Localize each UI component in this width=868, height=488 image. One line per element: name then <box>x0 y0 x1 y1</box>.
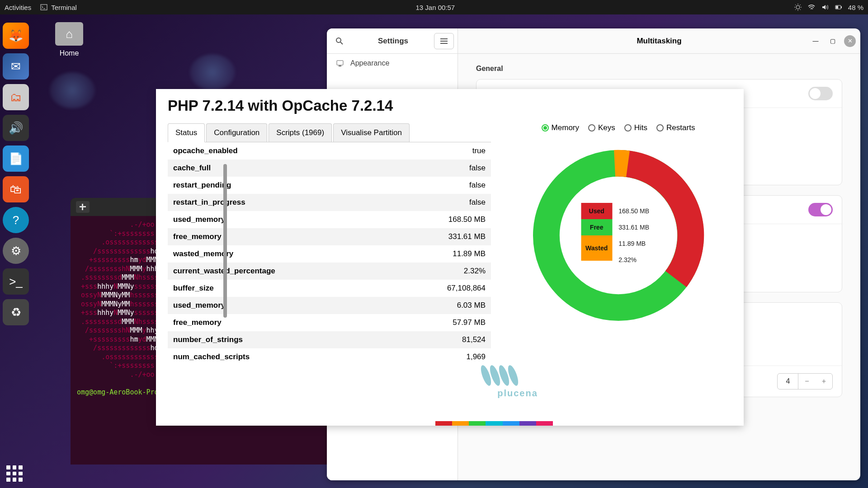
status-row: free_memory331.61 MB <box>168 228 491 245</box>
svg-point-1 <box>796 5 800 9</box>
dock-settings[interactable]: ⚙ <box>3 238 29 264</box>
dock-writer[interactable]: 📄 <box>3 145 29 172</box>
status-row: restart_in_progressfalse <box>168 194 491 211</box>
status-row: opcache_enabledtrue <box>168 142 491 160</box>
status-row: cache_fullfalse <box>168 160 491 177</box>
radio-keys[interactable]: Keys <box>588 123 615 132</box>
radio-memory[interactable]: Memory <box>542 123 579 132</box>
appearance-icon <box>336 59 344 67</box>
sidebar-item-label: Appearance <box>350 59 389 67</box>
battery-icon[interactable] <box>835 3 843 11</box>
dock: 🦊 ✉ 🗂 🔊 📄 🛍 ? ⚙ >_ ♻ <box>3 23 32 325</box>
dock-firefox[interactable]: 🦊 <box>3 23 29 49</box>
toggle-1[interactable] <box>808 87 833 100</box>
settings-menu-button[interactable] <box>434 33 454 49</box>
search-icon <box>335 37 344 45</box>
status-row: wasted_memory11.89 MB <box>168 245 491 263</box>
opcache-tabs: StatusConfigurationScripts (1969)Visuali… <box>168 123 491 142</box>
show-apps-button[interactable] <box>6 465 23 482</box>
svg-rect-6 <box>82 204 83 210</box>
terminal-new-tab-button[interactable] <box>76 201 90 213</box>
volume-icon[interactable] <box>821 3 829 11</box>
status-table: opcache_enabledtruecache_fullfalserestar… <box>168 142 491 366</box>
wifi-icon[interactable] <box>807 3 816 11</box>
settings-page-title: Multitasking <box>637 37 681 46</box>
stepper-decrease-button[interactable]: − <box>798 374 815 389</box>
svg-point-7 <box>336 38 341 42</box>
settings-search-button[interactable] <box>327 37 352 45</box>
brightness-icon[interactable] <box>794 3 802 11</box>
terminal-app-menu[interactable]: Terminal <box>40 4 77 11</box>
tab-visualise-partition[interactable]: Visualise Partition <box>333 123 410 142</box>
dock-trash[interactable]: ♻ <box>3 299 29 325</box>
svg-rect-0 <box>41 5 47 10</box>
general-section-label: General <box>476 65 842 73</box>
tab-scripts-[interactable]: Scripts (1969) <box>269 123 332 142</box>
toggle-2[interactable] <box>808 203 833 216</box>
desktop-home-icon[interactable]: ⌂ Home <box>55 22 83 57</box>
app-menu-label: Terminal <box>51 4 77 11</box>
workspace-stepper: 4 − + <box>777 373 833 389</box>
dock-terminal[interactable]: >_ <box>3 268 29 295</box>
activities-button[interactable]: Activities <box>5 4 31 11</box>
svg-point-13 <box>497 364 511 387</box>
status-row: number_of_strings81,524 <box>168 331 491 348</box>
svg-point-14 <box>506 364 520 387</box>
battery-percent: 48 % <box>848 4 863 11</box>
legend-used-label: Used <box>581 203 612 219</box>
status-row: buffer_size67,108,864 <box>168 280 491 297</box>
opcache-panel: PHP 7.2.14 with OpCache 7.2.14 StatusCon… <box>156 89 744 426</box>
status-row: used_memory6.03 MB <box>168 297 491 314</box>
legend-free-value: 331.61 MB <box>612 219 656 235</box>
status-row: used_memory168.50 MB <box>168 211 491 228</box>
svg-point-11 <box>479 364 493 387</box>
watermark-logo: plucena <box>472 362 563 399</box>
legend-free-label: Free <box>581 219 612 235</box>
opcache-title: PHP 7.2.14 with OpCache 7.2.14 <box>168 97 732 114</box>
scrollbar[interactable] <box>223 164 227 318</box>
radio-restarts[interactable]: Restarts <box>656 123 695 132</box>
svg-rect-3 <box>841 6 842 8</box>
stepper-increase-button[interactable]: + <box>816 374 832 389</box>
chart-radio-row: MemoryKeysHitsRestarts <box>505 123 732 132</box>
svg-rect-4 <box>836 6 838 9</box>
hamburger-icon <box>440 38 448 44</box>
dock-software[interactable]: 🛍 <box>3 176 29 202</box>
tab-status[interactable]: Status <box>168 123 205 142</box>
radio-hits[interactable]: Hits <box>624 123 647 132</box>
legend-wasted-v1: 11.89 MB <box>612 235 656 252</box>
dock-rhythmbox[interactable]: 🔊 <box>3 115 29 141</box>
top-bar: Activities Terminal 13 Jan 00:57 48 % <box>0 0 868 14</box>
legend-used-value: 168.50 MB <box>612 203 656 219</box>
window-minimize-button[interactable]: — <box>810 35 821 47</box>
memory-donut-chart: Used Free Wasted 168.50 MB 331.61 MB 11.… <box>524 141 713 330</box>
window-maximize-button[interactable]: ▢ <box>827 35 839 47</box>
sidebar-item-appearance[interactable]: Appearance <box>327 54 458 73</box>
status-row: current_wasted_percentage2.32% <box>168 263 491 280</box>
status-row: num_cached_scripts1,969 <box>168 348 491 366</box>
settings-sidebar-title: Settings <box>352 37 434 46</box>
status-row: free_memory57.97 MB <box>168 314 491 331</box>
dock-files[interactable]: 🗂 <box>3 84 29 110</box>
terminal-icon <box>40 4 47 11</box>
status-row: restart_pendingfalse <box>168 177 491 194</box>
legend-wasted-v2: 2.32% <box>612 252 656 268</box>
legend-wasted-label: Wasted <box>581 235 612 261</box>
home-folder-icon: ⌂ <box>55 22 83 46</box>
color-strip <box>435 421 553 426</box>
svg-point-12 <box>488 364 502 387</box>
dock-help[interactable]: ? <box>3 207 29 233</box>
svg-rect-8 <box>337 61 343 65</box>
window-close-button[interactable]: ✕ <box>844 35 856 47</box>
desktop-home-label: Home <box>55 49 83 57</box>
dock-thunderbird[interactable]: ✉ <box>3 53 29 80</box>
tab-configuration[interactable]: Configuration <box>206 123 267 142</box>
clock[interactable]: 13 Jan 00:57 <box>77 4 794 11</box>
stepper-value: 4 <box>778 374 798 389</box>
svg-rect-9 <box>339 66 341 66</box>
